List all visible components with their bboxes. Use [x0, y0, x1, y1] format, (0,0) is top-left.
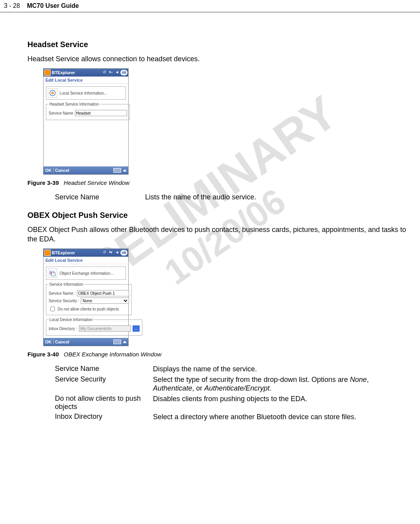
figure-number: Figure 3-40 [27, 351, 59, 358]
obex-service-heading: OBEX Object Push Service [27, 211, 408, 220]
figure-title: Headset Service Window [64, 179, 129, 186]
service-name-definition: Service Name Lists the name of the audio… [55, 193, 408, 201]
inbox-directory-row: Inbox Directory Select a directory where… [55, 413, 408, 422]
guide-title: MC70 User Guide [27, 2, 79, 9]
service-name-row: Service Name Displays the name of the se… [55, 365, 408, 374]
sync-icon: ⇆ [108, 250, 113, 256]
headset-intro: Headset Service allows connection to hea… [27, 55, 408, 64]
ok-softkey[interactable]: OK [45, 168, 52, 173]
window-title: BTExplorer [52, 70, 102, 75]
figure-title: OBEX Exchange Information Window [64, 351, 162, 358]
fieldset-legend: Local Device Information [49, 318, 93, 322]
speaker-icon: ◄ [114, 70, 120, 75]
info-text: Local Service Information... [60, 91, 107, 95]
start-flag-icon [44, 250, 51, 256]
ok-softkey[interactable]: OK [45, 340, 52, 344]
svg-rect-3 [51, 273, 55, 276]
def-term: Service Name [55, 193, 145, 201]
def-desc: Disables clients from pushing objects to… [153, 394, 408, 411]
def-desc: Displays the name of the service. [153, 365, 408, 374]
cancel-softkey[interactable]: Cancel [55, 340, 69, 344]
inbox-directory-input [79, 325, 131, 332]
def-desc: Lists the name of the audio service. [145, 193, 408, 201]
ok-button[interactable]: ok [120, 70, 127, 75]
window-subtitle: Edit Local Service [44, 77, 128, 84]
do-not-allow-checkbox[interactable] [50, 307, 55, 311]
cancel-softkey[interactable]: Cancel [55, 168, 69, 173]
keyboard-icon[interactable] [113, 168, 121, 173]
window-title: BTExplorer [52, 250, 102, 255]
object-exchange-icon [48, 268, 57, 278]
service-name-label: Service Name : [49, 291, 75, 296]
do-not-allow-row: Do not allow clients to push objects Dis… [55, 394, 408, 411]
service-name-input[interactable] [77, 290, 129, 296]
service-security-select[interactable]: None [81, 298, 129, 304]
service-security-label: Service Security : [49, 299, 79, 303]
def-term: Service Security [55, 375, 153, 393]
svg-point-1 [51, 92, 54, 94]
titlebar-icons: ↺ ▾ₓ ◄ ok [102, 70, 127, 75]
signal-icon: ▾ₓ [108, 70, 113, 75]
figure-3-39-caption: Figure 3-39 Headset Service Window [27, 179, 408, 186]
menu-up-icon[interactable] [123, 341, 127, 343]
info-row: Local Service Information... [46, 86, 126, 100]
headset-service-fieldset: Headset Service Information Service Name [46, 102, 130, 120]
info-text: Object Exchange Information... [60, 271, 113, 276]
window-titlebar: BTExplorer ↺ ⇆ ◄ ok [44, 249, 128, 257]
def-term: Service Name [55, 365, 153, 374]
def-term: Inbox Directory [55, 413, 153, 422]
service-info-icon [48, 88, 57, 98]
inbox-directory-label: Inbox Directory : [49, 327, 77, 331]
obex-intro: OBEX Object Push allows other Bluetooth … [27, 225, 408, 244]
connectivity-icon: ↺ [102, 70, 107, 75]
menu-up-icon[interactable] [123, 169, 127, 172]
service-name-label: Service Name [49, 111, 73, 115]
ok-button[interactable]: ok [120, 250, 127, 256]
figure-number: Figure 3-39 [27, 179, 59, 186]
window-titlebar: BTExplorer ↺ ▾ₓ ◄ ok [44, 69, 128, 77]
figure-3-40-caption: Figure 3-40 OBEX Exchange Information Wi… [27, 351, 408, 358]
window-subtitle: Edit Local Service [44, 257, 128, 264]
connectivity-icon: ↺ [102, 250, 107, 256]
bottom-bar: OK Cancel [44, 166, 128, 174]
info-row: Object Exchange Information... [46, 267, 126, 280]
separator [53, 168, 54, 173]
page-number: 3 - 28 [4, 2, 20, 9]
service-security-row: Service Security Select the type of secu… [55, 375, 408, 393]
bottom-bar: OK Cancel [44, 338, 128, 346]
speaker-icon: ◄ [114, 250, 120, 256]
page-header: 3 - 28 MC70 User Guide [0, 0, 420, 13]
headset-service-window: BTExplorer ↺ ▾ₓ ◄ ok Edit Local Service … [43, 68, 129, 175]
browse-button[interactable]: ... [133, 325, 140, 332]
local-device-fieldset: Local Device Information Inbox Directory… [46, 318, 142, 336]
titlebar-icons: ↺ ⇆ ◄ ok [102, 250, 127, 256]
def-desc: Select a directory where another Bluetoo… [153, 413, 408, 422]
keyboard-icon[interactable] [113, 340, 121, 344]
def-desc: Select the type of security from the dro… [153, 375, 408, 393]
service-information-fieldset: Service Information Service Name : Servi… [46, 282, 132, 315]
separator [53, 339, 54, 345]
fieldset-legend: Service Information [49, 282, 84, 287]
obex-exchange-window: BTExplorer ↺ ⇆ ◄ ok Edit Local Service O… [43, 248, 129, 346]
start-flag-icon [44, 69, 51, 76]
fieldset-legend: Headset Service Information [49, 102, 100, 106]
def-term: Do not allow clients to push objects [55, 394, 153, 411]
do-not-allow-label: Do not allow clients to push objects [58, 307, 119, 311]
service-name-input[interactable] [75, 110, 127, 116]
headset-service-heading: Headset Service [27, 40, 408, 49]
